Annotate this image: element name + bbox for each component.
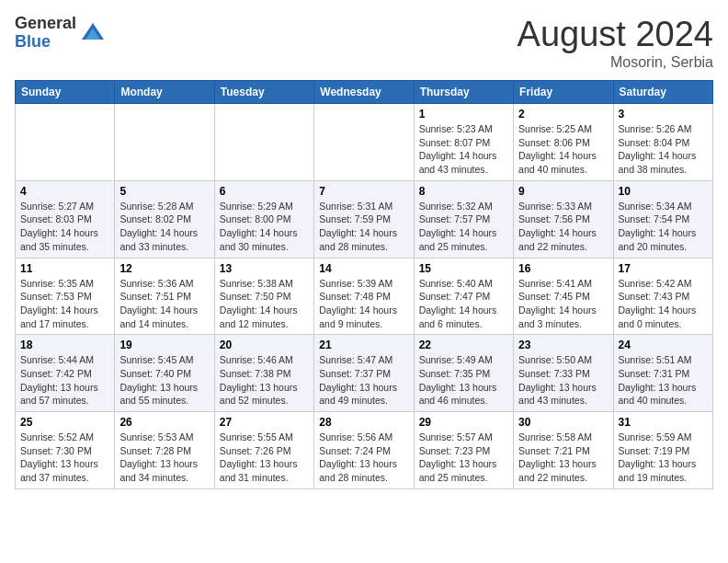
month-year: August 2024 [518,15,713,54]
calendar-cell [214,104,313,181]
calendar-cell: 25Sunrise: 5:52 AM Sunset: 7:30 PM Dayli… [16,412,115,489]
calendar-cell [16,104,115,181]
day-number: 22 [419,339,508,351]
day-number: 20 [220,339,309,351]
header-friday: Friday [514,81,613,104]
calendar-cell: 12Sunrise: 5:36 AM Sunset: 7:51 PM Dayli… [115,258,214,335]
calendar-cell: 10Sunrise: 5:34 AM Sunset: 7:54 PM Dayli… [613,180,712,258]
page-header: General Blue August 2024 Mosorin, Serbia [15,15,713,71]
day-number: 31 [619,416,708,429]
calendar-cell: 2Sunrise: 5:25 AM Sunset: 8:06 PM Daylig… [514,104,613,181]
calendar-cell: 8Sunrise: 5:32 AM Sunset: 7:57 PM Daylig… [414,180,513,258]
title-block: August 2024 Mosorin, Serbia [518,15,713,71]
calendar-cell: 18Sunrise: 5:44 AM Sunset: 7:42 PM Dayli… [16,335,115,412]
calendar-cell: 19Sunrise: 5:45 AM Sunset: 7:40 PM Dayli… [115,335,214,412]
day-info: Sunrise: 5:35 AM Sunset: 7:53 PM Dayligh… [20,277,109,331]
day-number: 16 [518,262,608,275]
day-number: 4 [20,185,109,198]
calendar-cell: 1Sunrise: 5:23 AM Sunset: 8:07 PM Daylig… [414,104,513,181]
calendar-cell: 11Sunrise: 5:35 AM Sunset: 7:53 PM Dayli… [16,258,115,335]
day-info: Sunrise: 5:57 AM Sunset: 7:23 PM Dayligh… [419,431,508,485]
location: Mosorin, Serbia [518,54,713,71]
day-info: Sunrise: 5:45 AM Sunset: 7:40 PM Dayligh… [119,353,209,408]
calendar-cell: 6Sunrise: 5:29 AM Sunset: 8:00 PM Daylig… [214,180,313,258]
day-info: Sunrise: 5:44 AM Sunset: 7:42 PM Dayligh… [20,353,109,408]
header-thursday: Thursday [414,81,513,104]
calendar-cell: 21Sunrise: 5:47 AM Sunset: 7:37 PM Dayli… [314,335,414,412]
day-number: 9 [518,185,608,198]
calendar-cell: 15Sunrise: 5:40 AM Sunset: 7:47 PM Dayli… [414,258,513,335]
day-info: Sunrise: 5:31 AM Sunset: 7:59 PM Dayligh… [319,200,408,254]
day-info: Sunrise: 5:23 AM Sunset: 8:07 PM Dayligh… [419,122,508,177]
day-info: Sunrise: 5:51 AM Sunset: 7:31 PM Dayligh… [619,353,708,408]
calendar-body: 1Sunrise: 5:23 AM Sunset: 8:07 PM Daylig… [16,104,713,489]
day-info: Sunrise: 5:33 AM Sunset: 7:56 PM Dayligh… [518,200,608,254]
day-number: 26 [119,416,209,429]
day-number: 6 [220,185,309,198]
day-info: Sunrise: 5:53 AM Sunset: 7:28 PM Dayligh… [119,431,209,485]
day-number: 10 [619,185,708,198]
week-row-2: 11Sunrise: 5:35 AM Sunset: 7:53 PM Dayli… [16,258,713,335]
day-number: 27 [220,416,309,429]
header-saturday: Saturday [613,81,712,104]
day-number: 13 [220,262,309,275]
logo-icon [80,19,106,45]
calendar-cell: 13Sunrise: 5:38 AM Sunset: 7:50 PM Dayli… [214,258,313,335]
day-number: 8 [419,185,508,198]
calendar-cell: 9Sunrise: 5:33 AM Sunset: 7:56 PM Daylig… [514,180,613,258]
day-info: Sunrise: 5:34 AM Sunset: 7:54 PM Dayligh… [619,200,708,254]
day-number: 3 [619,108,708,121]
logo-blue: Blue [15,33,76,52]
week-row-1: 4Sunrise: 5:27 AM Sunset: 8:03 PM Daylig… [16,180,713,258]
day-number: 11 [20,262,109,275]
day-number: 21 [319,339,408,351]
day-number: 23 [518,339,608,351]
day-info: Sunrise: 5:25 AM Sunset: 8:06 PM Dayligh… [518,122,608,177]
calendar-cell: 16Sunrise: 5:41 AM Sunset: 7:45 PM Dayli… [514,258,613,335]
logo-general: General [15,15,76,33]
day-number: 25 [20,416,109,429]
calendar-cell: 7Sunrise: 5:31 AM Sunset: 7:59 PM Daylig… [314,180,414,258]
calendar-cell: 5Sunrise: 5:28 AM Sunset: 8:02 PM Daylig… [115,180,214,258]
calendar-cell: 31Sunrise: 5:59 AM Sunset: 7:19 PM Dayli… [613,412,712,489]
day-number: 14 [319,262,408,275]
day-number: 30 [518,416,608,429]
day-number: 5 [119,185,209,198]
day-number: 12 [119,262,209,275]
day-info: Sunrise: 5:40 AM Sunset: 7:47 PM Dayligh… [419,277,508,331]
calendar-cell: 17Sunrise: 5:42 AM Sunset: 7:43 PM Dayli… [613,258,712,335]
day-info: Sunrise: 5:29 AM Sunset: 8:00 PM Dayligh… [220,200,309,254]
calendar-cell: 30Sunrise: 5:58 AM Sunset: 7:21 PM Dayli… [514,412,613,489]
calendar-cell: 4Sunrise: 5:27 AM Sunset: 8:03 PM Daylig… [16,180,115,258]
day-number: 1 [419,108,508,121]
calendar-cell: 3Sunrise: 5:26 AM Sunset: 8:04 PM Daylig… [613,104,712,181]
calendar-cell: 22Sunrise: 5:49 AM Sunset: 7:35 PM Dayli… [414,335,513,412]
day-info: Sunrise: 5:50 AM Sunset: 7:33 PM Dayligh… [518,353,608,408]
day-number: 17 [619,262,708,275]
logo: General Blue [15,15,106,52]
calendar-cell: 27Sunrise: 5:55 AM Sunset: 7:26 PM Dayli… [214,412,313,489]
day-number: 28 [319,416,408,429]
day-number: 19 [119,339,209,351]
day-info: Sunrise: 5:39 AM Sunset: 7:48 PM Dayligh… [319,277,408,331]
calendar-cell: 24Sunrise: 5:51 AM Sunset: 7:31 PM Dayli… [613,335,712,412]
day-info: Sunrise: 5:27 AM Sunset: 8:03 PM Dayligh… [20,200,109,254]
day-number: 2 [518,108,608,121]
calendar-cell: 14Sunrise: 5:39 AM Sunset: 7:48 PM Dayli… [314,258,414,335]
day-info: Sunrise: 5:55 AM Sunset: 7:26 PM Dayligh… [220,431,309,485]
day-number: 18 [20,339,109,351]
day-info: Sunrise: 5:41 AM Sunset: 7:45 PM Dayligh… [518,277,608,331]
day-info: Sunrise: 5:58 AM Sunset: 7:21 PM Dayligh… [518,431,608,485]
calendar-table: SundayMondayTuesdayWednesdayThursdayFrid… [15,80,713,489]
calendar-cell: 23Sunrise: 5:50 AM Sunset: 7:33 PM Dayli… [514,335,613,412]
day-number: 15 [419,262,508,275]
day-number: 7 [319,185,408,198]
calendar-cell: 28Sunrise: 5:56 AM Sunset: 7:24 PM Dayli… [314,412,414,489]
day-info: Sunrise: 5:49 AM Sunset: 7:35 PM Dayligh… [419,353,508,408]
day-info: Sunrise: 5:52 AM Sunset: 7:30 PM Dayligh… [20,431,109,485]
header-tuesday: Tuesday [214,81,313,104]
day-info: Sunrise: 5:59 AM Sunset: 7:19 PM Dayligh… [619,431,708,485]
day-info: Sunrise: 5:46 AM Sunset: 7:38 PM Dayligh… [220,353,309,408]
calendar-cell: 26Sunrise: 5:53 AM Sunset: 7:28 PM Dayli… [115,412,214,489]
day-info: Sunrise: 5:56 AM Sunset: 7:24 PM Dayligh… [319,431,408,485]
